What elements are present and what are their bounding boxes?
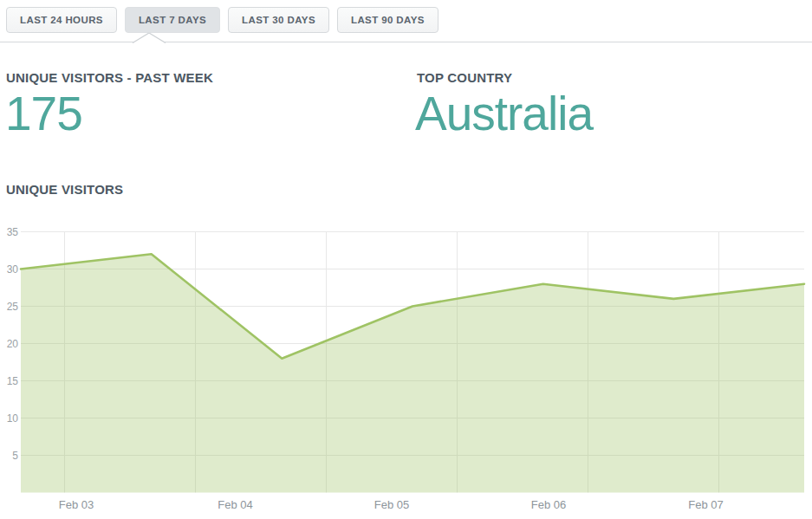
y-axis-tick-label: 20: [7, 338, 19, 350]
y-axis-tick-label: 30: [7, 263, 19, 276]
tab-last-30-days[interactable]: LAST 30 DAYS: [228, 7, 329, 33]
y-axis-tick-label: 15: [7, 375, 19, 387]
tab-last-7-days[interactable]: LAST 7 DAYS: [125, 7, 220, 33]
y-axis-tick-label: 25: [7, 301, 19, 313]
tab-last-24-hours[interactable]: LAST 24 HOURS: [6, 7, 117, 33]
top-country-stat-label: TOP COUNTRY: [417, 70, 512, 85]
x-axis-tick-label: Feb 06: [531, 498, 566, 511]
x-axis-tick-label: Feb 04: [218, 498, 252, 511]
tab-divider: [0, 42, 812, 42]
chart-section-title: UNIQUE VISITORS: [6, 182, 123, 197]
unique-visitors-stat-label: UNIQUE VISITORS - PAST WEEK: [6, 70, 213, 85]
unique-visitors-stat-value: 175: [5, 90, 82, 138]
top-country-stat-value: Australia: [415, 90, 593, 138]
area-fill: [21, 254, 804, 492]
y-axis-tick-label: 5: [12, 450, 18, 462]
selected-tab-notch-icon: [132, 32, 166, 43]
y-axis-tick-label: 10: [7, 412, 19, 425]
unique-visitors-area-chart: 5101520253035Feb 03Feb 04Feb 05Feb 06Feb…: [0, 221, 812, 519]
analytics-dashboard: LAST 24 HOURSLAST 7 DAYSLAST 30 DAYSLAST…: [0, 0, 812, 519]
time-range-tabs: LAST 24 HOURSLAST 7 DAYSLAST 30 DAYSLAST…: [6, 7, 438, 33]
x-axis-tick-label: Feb 07: [688, 498, 723, 511]
tab-last-90-days[interactable]: LAST 90 DAYS: [337, 7, 438, 33]
x-axis-tick-label: Feb 03: [59, 498, 94, 511]
y-axis-tick-label: 35: [7, 226, 19, 238]
x-axis-tick-label: Feb 05: [374, 498, 409, 511]
